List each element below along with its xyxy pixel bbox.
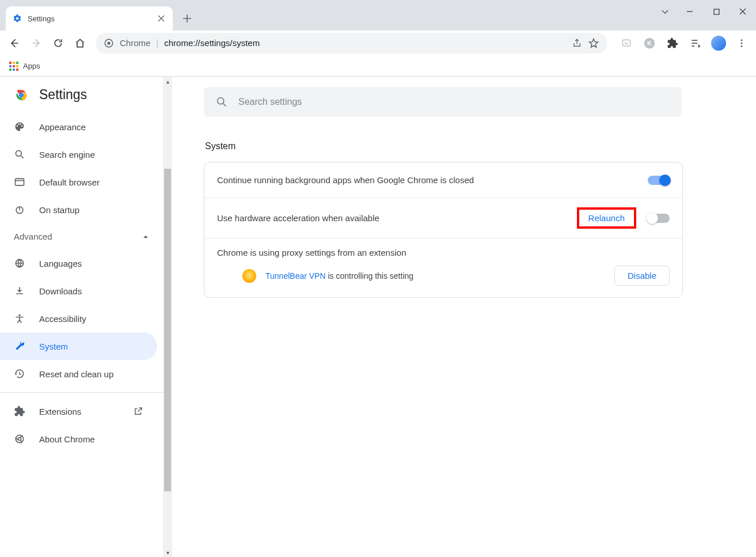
tab-search-chevron-icon[interactable] xyxy=(654,0,677,23)
sidebar-label: Downloads xyxy=(39,286,82,296)
section-title: System xyxy=(205,141,720,151)
share-icon[interactable] xyxy=(572,38,582,48)
tab-title: Settings xyxy=(28,14,157,23)
close-tab-icon[interactable] xyxy=(157,14,166,23)
back-button[interactable] xyxy=(5,33,24,53)
svg-point-6 xyxy=(741,39,743,41)
sidebar-label: On startup xyxy=(39,205,79,215)
page-title: Settings xyxy=(39,87,87,103)
sidebar-scrollbar[interactable]: ▴ ▾ xyxy=(163,77,172,557)
tab-strip: Settings xyxy=(0,0,756,31)
setting-row-proxy: Chrome is using proxy settings from an e… xyxy=(204,238,682,297)
svg-point-12 xyxy=(16,150,21,156)
palette-icon xyxy=(14,121,25,132)
search-input[interactable] xyxy=(238,97,670,107)
sidebar-item-on-startup[interactable]: On startup xyxy=(0,196,157,223)
sidebar-label: About Chrome xyxy=(39,434,95,444)
apps-label: Apps xyxy=(23,62,40,70)
chrome-menu-icon[interactable] xyxy=(732,33,751,53)
forward-button[interactable] xyxy=(26,33,46,53)
power-icon xyxy=(14,204,25,215)
globe-icon xyxy=(14,257,25,269)
pocket-extension-icon[interactable] xyxy=(617,33,636,53)
sidebar-label: Accessibility xyxy=(39,314,86,324)
search-icon xyxy=(215,96,228,108)
scroll-down-icon[interactable]: ▾ xyxy=(163,548,172,557)
sidebar-item-extensions[interactable]: Extensions xyxy=(0,397,157,425)
maximize-button[interactable] xyxy=(703,0,730,23)
sidebar-item-about[interactable]: About Chrome xyxy=(0,425,157,453)
apps-shortcut[interactable]: Apps xyxy=(9,62,40,71)
setting-label: Use hardware acceleration when available xyxy=(217,213,577,223)
address-bar[interactable]: Chrome | chrome://settings/system xyxy=(96,33,607,54)
sidebar-item-system[interactable]: System xyxy=(0,332,157,360)
sidebar-item-appearance[interactable]: Appearance xyxy=(0,113,157,141)
browser-icon xyxy=(14,176,25,188)
window-controls xyxy=(654,0,756,23)
minimize-button[interactable] xyxy=(677,0,703,23)
sidebar-label: Reset and clean up xyxy=(39,369,113,379)
sidebar-item-reset[interactable]: Reset and clean up xyxy=(0,360,157,388)
svg-point-19 xyxy=(218,98,224,104)
relaunch-button[interactable]: Relaunch xyxy=(588,213,625,223)
svg-rect-13 xyxy=(16,179,24,185)
scroll-thumb[interactable] xyxy=(164,169,171,491)
sidebar-item-search-engine[interactable]: Search engine xyxy=(0,141,157,168)
scroll-up-icon[interactable]: ▴ xyxy=(163,77,172,86)
sidebar-item-accessibility[interactable]: Accessibility xyxy=(0,305,157,332)
proxy-extension-text: TunnelBear VPN is controlling this setti… xyxy=(265,271,413,281)
reload-button[interactable] xyxy=(48,33,68,53)
sidebar-item-downloads[interactable]: Downloads xyxy=(0,277,157,305)
ext-k-icon[interactable]: K xyxy=(640,33,659,53)
wrench-icon xyxy=(14,340,25,352)
relaunch-highlight: Relaunch xyxy=(577,207,636,229)
svg-rect-0 xyxy=(714,9,719,14)
search-icon xyxy=(14,149,25,160)
settings-search[interactable] xyxy=(204,87,682,117)
settings-gear-icon xyxy=(13,14,22,23)
main-content: System Continue running background apps … xyxy=(173,77,756,557)
bookmarks-bar: Apps xyxy=(0,56,756,77)
url-text: Chrome | chrome://settings/system xyxy=(120,38,566,48)
toggle-hardware-accel[interactable] xyxy=(648,214,670,223)
svg-point-7 xyxy=(741,42,743,44)
bookmark-star-icon[interactable] xyxy=(588,37,599,49)
svg-rect-3 xyxy=(622,40,630,46)
svg-point-2 xyxy=(107,41,110,44)
sidebar-item-languages[interactable]: Languages xyxy=(0,249,157,277)
restore-icon xyxy=(14,368,25,380)
chrome-logo-icon xyxy=(14,88,29,103)
profile-avatar[interactable] xyxy=(709,33,728,53)
settings-header: Settings xyxy=(0,77,163,113)
apps-grid-icon xyxy=(9,62,18,71)
accessibility-icon xyxy=(14,313,25,324)
extension-link[interactable]: TunnelBear VPN xyxy=(265,271,326,281)
site-info-icon[interactable] xyxy=(104,38,114,48)
sidebar-label: Appearance xyxy=(39,122,86,132)
advanced-toggle[interactable]: Advanced xyxy=(0,223,163,249)
toggle-background-apps[interactable] xyxy=(648,176,670,185)
chrome-outline-icon xyxy=(14,433,25,445)
home-button[interactable] xyxy=(70,33,90,53)
disable-button[interactable]: Disable xyxy=(614,266,670,286)
setting-label: Chrome is using proxy settings from an e… xyxy=(217,248,406,257)
sidebar-item-default-browser[interactable]: Default browser xyxy=(0,168,157,196)
svg-point-16 xyxy=(18,315,20,316)
setting-row-background-apps: Continue running background apps when Go… xyxy=(204,162,682,198)
sidebar-label: Default browser xyxy=(39,177,100,187)
sidebar-label: Languages xyxy=(39,259,82,268)
extensions-puzzle-icon[interactable] xyxy=(663,33,682,53)
svg-point-8 xyxy=(741,45,743,47)
tunnelbear-icon xyxy=(242,269,256,283)
browser-tab[interactable]: Settings xyxy=(6,6,173,31)
sidebar-label: Extensions xyxy=(39,407,81,416)
setting-row-hardware-accel: Use hardware acceleration when available… xyxy=(204,198,682,238)
download-icon xyxy=(14,285,25,297)
toolbar: Chrome | chrome://settings/system K xyxy=(0,31,756,56)
close-window-button[interactable] xyxy=(730,0,756,23)
divider xyxy=(0,392,163,393)
puzzle-icon xyxy=(14,406,25,417)
new-tab-button[interactable] xyxy=(178,10,196,27)
reading-list-icon[interactable] xyxy=(686,33,705,53)
system-settings-card: Continue running background apps when Go… xyxy=(204,162,683,298)
